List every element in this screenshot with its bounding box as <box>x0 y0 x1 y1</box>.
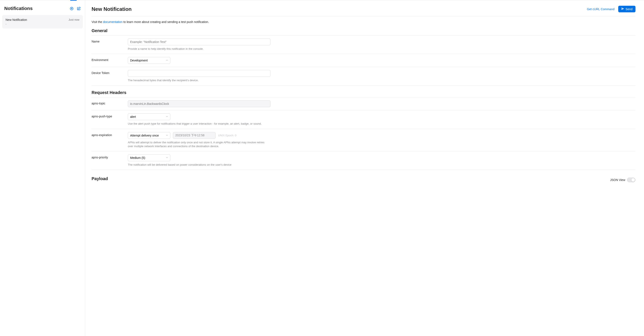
apns-expiration-helper: APNs will attempt to deliver the notific… <box>128 141 270 148</box>
header-actions: Get cURL Command Send <box>587 6 636 12</box>
device-token-helper: The hexadecimal bytes that identify the … <box>128 78 270 82</box>
app-root: Notifications <box>0 0 644 336</box>
apns-expiration-mode-value: Attempt delivery once <box>130 134 159 137</box>
label-apns-priority: apns-priority <box>92 154 128 159</box>
apns-priority-value: Medium (5) <box>130 156 145 160</box>
apns-priority-select[interactable]: Medium (5) <box>128 154 170 161</box>
send-button-label: Send <box>626 7 632 11</box>
compose-icon[interactable] <box>77 6 81 11</box>
notification-item-title: New Notification <box>6 18 27 21</box>
label-device-token: Device Token <box>92 70 128 75</box>
row-apns-priority: apns-priority Medium (5) The notificatio… <box>92 152 636 170</box>
send-icon <box>621 7 624 11</box>
unix-epoch-label: UNIX Epoch: 0 <box>218 134 236 137</box>
notification-item-text: New Notification - <box>6 18 27 25</box>
notification-list-item[interactable]: New Notification - Just now <box>2 15 83 28</box>
top-tab-indicator <box>70 0 77 1</box>
send-button[interactable]: Send <box>618 6 636 12</box>
environment-value: Development <box>130 59 148 62</box>
device-token-input[interactable] <box>128 70 270 77</box>
apns-push-type-helper: Use the alert push type for notification… <box>128 122 270 126</box>
environment-select[interactable]: Development <box>128 57 170 64</box>
json-view-toggle[interactable] <box>627 177 636 182</box>
json-view-label: JSON View <box>610 178 625 182</box>
page-title: New Notification <box>92 6 132 12</box>
json-view-toggle-wrap: JSON View <box>610 177 636 182</box>
row-apns-topic: apns-topic <box>92 97 636 110</box>
intro-prefix: Visit the <box>92 20 103 24</box>
toggle-knob <box>631 178 635 182</box>
row-name: Name Provide a name to help identify thi… <box>92 35 636 54</box>
header-divider <box>92 16 636 16</box>
row-apns-push-type: apns-push-type alert Use the alert push … <box>92 110 636 129</box>
documentation-link[interactable]: documentation <box>103 20 122 24</box>
apns-topic-input <box>128 100 270 107</box>
name-input[interactable] <box>128 38 270 45</box>
section-title-request-headers: Request Headers <box>92 90 636 95</box>
sidebar-actions <box>70 6 81 11</box>
notification-item-subtitle: - <box>6 22 27 25</box>
get-curl-link[interactable]: Get cURL Command <box>587 7 614 11</box>
section-title-payload: Payload <box>92 176 108 181</box>
section-title-general: General <box>92 28 636 33</box>
apns-expiration-mode-select[interactable]: Attempt delivery once <box>128 132 170 139</box>
row-apns-expiration: apns-expiration Attempt delivery once UN… <box>92 129 636 152</box>
sidebar-title: Notifications <box>4 6 32 11</box>
apns-expiration-date <box>173 132 216 139</box>
sidebar-header: Notifications <box>2 4 83 15</box>
label-apns-push-type: apns-push-type <box>92 113 128 118</box>
apns-push-type-value: alert <box>130 115 136 119</box>
name-helper: Provide a name to help identify this not… <box>128 47 270 51</box>
notification-item-time: Just now <box>68 18 80 21</box>
main-content: New Notification Get cURL Command Send V… <box>85 0 644 336</box>
filter-icon[interactable] <box>70 6 74 11</box>
apns-push-type-select[interactable]: alert <box>128 113 170 120</box>
intro-text: Visit the documentation to learn more ab… <box>92 20 636 24</box>
sidebar: Notifications <box>0 0 85 336</box>
main-header: New Notification Get cURL Command Send <box>92 6 636 12</box>
apns-priority-helper: The notification will be delivered based… <box>128 163 270 167</box>
payload-header: Payload JSON View <box>92 176 636 183</box>
row-device-token: Device Token The hexadecimal bytes that … <box>92 67 636 85</box>
label-apns-expiration: apns-expiration <box>92 132 128 137</box>
label-environment: Environment <box>92 57 128 62</box>
label-name: Name <box>92 38 128 43</box>
intro-suffix: to learn more about creating and sending… <box>122 20 209 24</box>
row-environment: Environment Development <box>92 54 636 67</box>
label-apns-topic: apns-topic <box>92 100 128 105</box>
